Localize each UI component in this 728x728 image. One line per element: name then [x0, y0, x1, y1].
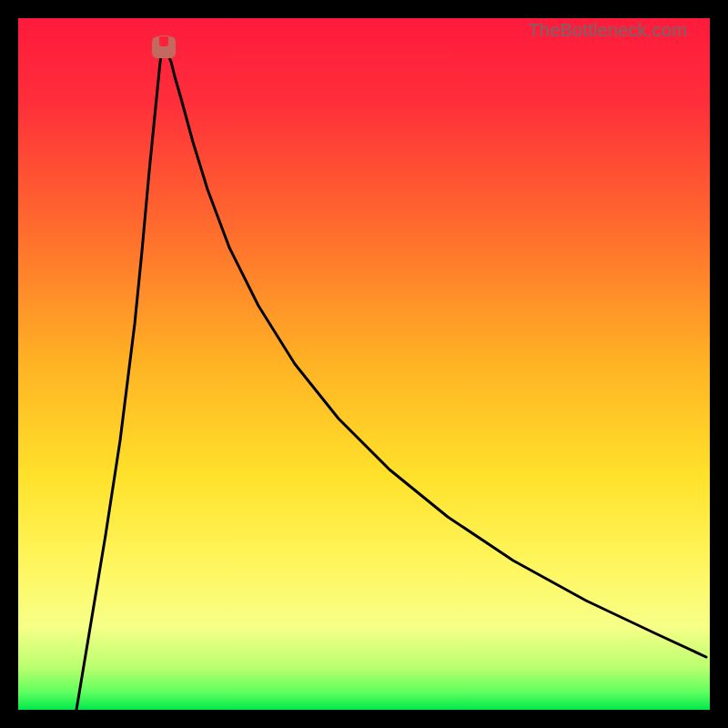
chart-frame: TheBottleneck.com — [18, 18, 710, 710]
plot-area — [18, 18, 710, 710]
gradient-background — [18, 18, 710, 710]
chart-svg — [18, 18, 710, 710]
watermark-text: TheBottleneck.com — [528, 20, 687, 41]
